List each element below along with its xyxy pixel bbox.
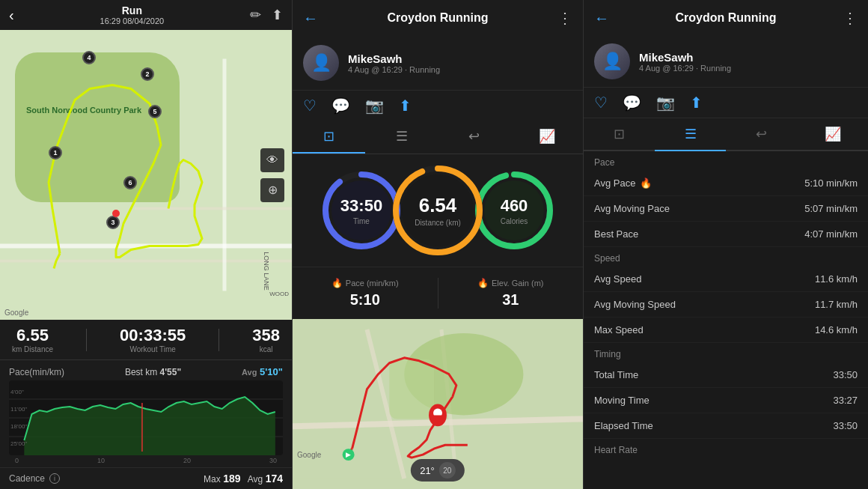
time-value: 00:33:55 (120, 326, 186, 345)
stats-user-info: MikeSawh 4 Aug @ 16:29 · Running (639, 51, 731, 73)
croydon-more-button[interactable]: ⋮ (557, 9, 572, 27)
stats-like-button[interactable]: ♡ (594, 94, 608, 112)
cadence-max-value: 189 (223, 473, 240, 485)
share-icon[interactable]: ⬆ (272, 7, 283, 23)
user-meta: 4 Aug @ 16:29 · Running (348, 65, 440, 74)
croydon-header: ← Croydon Running ⋮ (293, 0, 583, 36)
elapsed-time-row: Elapsed Time 33:50 (584, 413, 868, 439)
avg-moving-pace-label: Avg Moving Pace (594, 203, 670, 214)
avg-moving-speed-value: 11.7 km/h (815, 299, 858, 310)
cadence-info-button[interactable]: i (49, 473, 60, 484)
waypoint-1: 1 (49, 146, 62, 160)
croydon-back-button[interactable]: ← (303, 10, 318, 27)
stats-username: MikeSawh (639, 51, 731, 64)
avatar-image: 👤 (303, 45, 339, 81)
pace-chart: 4'00" 11'00" 18'00" 25'00" (9, 380, 283, 455)
croydon-tab-bar: ⊡ ☰ ↩ 📈 (293, 121, 583, 154)
temp-badge: 21° 20 (411, 459, 465, 482)
time-stat: 00:33:55 Workout Time (120, 326, 186, 353)
max-speed-value: 14.6 km/h (815, 324, 858, 335)
elapsed-time-value: 33:50 (833, 420, 858, 431)
map-header: ‹ Run 16:29 08/04/2020 ✏ ⬆ (0, 0, 292, 30)
calories-circle-value: 460 (501, 196, 528, 216)
stats-tab-list[interactable]: ☰ (655, 118, 726, 151)
waypoint-5: 5 (148, 105, 162, 118)
avg-pace-label: Avg Pace 🔥 (594, 177, 652, 189)
avg-pace-fire-icon: 🔥 (640, 177, 652, 189)
stats-share-button[interactable]: ⬆ (690, 94, 703, 112)
stat-divider-2 (218, 329, 219, 351)
elev-cell-value: 31 (502, 291, 519, 309)
tab-replay[interactable]: ↩ (438, 121, 510, 154)
stats-tab-replay[interactable]: ↩ (726, 118, 797, 151)
pace-cell-header: 🔥 Pace (min/km) (331, 278, 399, 288)
stats-tab-chart[interactable]: ⊡ (584, 118, 655, 151)
stats-user-avatar[interactable]: 👤 (594, 43, 630, 79)
waypoint-4: 4 (82, 51, 96, 64)
tab-list[interactable]: ☰ (365, 121, 438, 154)
stats-more-button[interactable]: ⋮ (843, 9, 858, 27)
avg-pace-value: 5:10 min/km (804, 177, 858, 189)
cadence-avg-value: 174 (266, 473, 283, 485)
temp-value: 21° (420, 465, 435, 476)
pace-cell-value: 5:10 (350, 291, 380, 309)
pace-avg: Avg 5'10" (242, 366, 283, 377)
avg-moving-speed-row: Avg Moving Speed 11.7 km/h (584, 292, 868, 318)
stats-comment-button[interactable]: 💬 (623, 94, 641, 112)
speed-section-header: Speed (584, 247, 868, 267)
map-area: South Norwood Country Park 1 2 3 4 5 6 (0, 30, 292, 320)
waypoint-2: 2 (141, 67, 154, 81)
tab-chart[interactable]: ⊡ (293, 121, 365, 154)
map-stats: 6.55 km Distance 00:33:55 Workout Time 3… (0, 320, 292, 359)
distance-stat: 6.55 km Distance (12, 326, 53, 353)
calories-circle-label: Calories (501, 217, 528, 225)
metrics-divider (438, 278, 438, 309)
max-speed-row: Max Speed 14.6 km/h (584, 318, 868, 343)
waypoint-6: 6 (123, 176, 137, 189)
stats-tab-bar: ⊡ ☰ ↩ 📈 (584, 118, 868, 151)
tab-list-icon: ☰ (396, 128, 408, 145)
panel-stats: ← Croydon Running ⋮ 👤 MikeSawh 4 Aug @ 1… (584, 0, 868, 489)
map-controls: 👁 ⊕ (260, 148, 284, 202)
svg-rect-22 (389, 359, 434, 419)
best-pace-label: Best Pace (594, 228, 638, 240)
stats-back-button[interactable]: ← (594, 10, 609, 27)
stats-tab-graph[interactable]: 📈 (797, 118, 868, 151)
map-eye-button[interactable]: 👁 (260, 148, 284, 172)
share-button[interactable]: ⬆ (399, 97, 412, 115)
total-time-value: 33:50 (833, 369, 858, 380)
map-header-title: Run 16:29 08/04/2020 (100, 4, 165, 25)
stats-tab-chart-icon: ⊡ (614, 126, 625, 142)
stats-camera-button[interactable]: 📷 (656, 94, 675, 112)
cadence-label-group: Cadence i (9, 473, 60, 484)
comment-button[interactable]: 💬 (331, 97, 350, 115)
run-date: 16:29 08/04/2020 (100, 16, 165, 25)
croydon-title: Croydon Running (387, 11, 488, 25)
elev-heart-icon: 🔥 (477, 278, 489, 288)
best-pace-row: Best Pace 4:07 min/km (584, 222, 868, 247)
map-background: South Norwood Country Park 1 2 3 4 5 6 (0, 30, 292, 320)
user-info: MikeSawh 4 Aug @ 16:29 · Running (348, 52, 440, 74)
avg-pace-row: Avg Pace 🔥 5:10 min/km (584, 171, 868, 196)
map-layers-button[interactable]: ⊕ (260, 178, 284, 202)
map-header-icons: ✏ ⬆ (250, 7, 283, 23)
metrics-row: 🔥 Pace (min/km) 5:10 🔥 Elev. Gain (m) 31 (293, 267, 583, 319)
panel-map: ‹ Run 16:29 08/04/2020 ✏ ⬆ South Norwood… (0, 0, 292, 489)
stats-action-bar: ♡ 💬 📷 ⬆ (584, 88, 868, 118)
best-pace-value: 4:07 min/km (804, 228, 858, 240)
map-back-button[interactable]: ‹ (9, 7, 14, 24)
user-avatar[interactable]: 👤 (303, 45, 339, 81)
total-time-label: Total Time (594, 369, 638, 380)
croydon-map-bg: ▶ Google 21° 20 (293, 319, 583, 489)
pace-cell-label: Pace (min/km) (346, 279, 399, 288)
distance-circle-inner: 6.54 Distance (km) (389, 162, 486, 259)
pace-header: Pace(min/km) Best km 4'55" Avg 5'10" (9, 366, 283, 377)
croydon-google-label: Google (297, 451, 321, 459)
tab-graph-icon: 📈 (539, 128, 555, 145)
tab-graph[interactable]: 📈 (510, 121, 583, 154)
distance-circle-value: 6.54 (419, 194, 457, 217)
like-button[interactable]: ♡ (303, 97, 317, 115)
avg-moving-pace-value: 5:07 min/km (804, 203, 858, 214)
camera-button[interactable]: 📷 (365, 97, 384, 115)
edit-icon[interactable]: ✏ (250, 7, 261, 23)
